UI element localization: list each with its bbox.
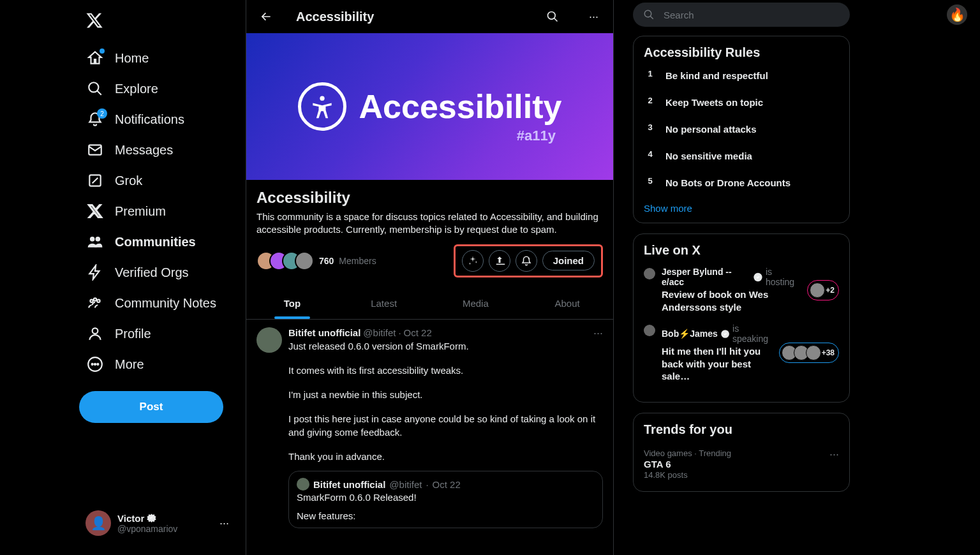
x-logo[interactable]: [79, 5, 235, 43]
notification-dot: [100, 48, 105, 54]
nav-profile[interactable]: Profile: [79, 318, 235, 349]
post-author[interactable]: Bitifet unofficial: [288, 327, 360, 338]
nav-community-notes[interactable]: Community Notes: [79, 288, 235, 318]
quoted-date: Oct 22: [433, 479, 461, 490]
live-item[interactable]: Bob⚡James is speaking Hit me then I'll h…: [644, 323, 839, 383]
rules-title: Accessibility Rules: [644, 45, 839, 60]
member-label: Members: [339, 256, 376, 266]
search-icon: [87, 80, 103, 97]
post-more-button[interactable]: ⋯: [593, 327, 603, 339]
more-circle-icon: [87, 356, 103, 373]
quoted-author: Bitifet unofficial: [313, 479, 385, 490]
svg-point-15: [548, 12, 556, 20]
svg-point-6: [96, 237, 100, 241]
live-card: Live on X Jesper Bylund -- e/acc is host…: [633, 233, 850, 403]
nav-label: Communities: [115, 235, 196, 249]
svg-point-8: [94, 298, 96, 300]
account-switcher[interactable]: 👤 Victor @vponamariov ⋯: [79, 504, 235, 542]
trend-count: 14.8K posts: [644, 470, 824, 480]
live-space-title: Review of book on Wes Anderssons style: [662, 288, 801, 313]
user-avatar[interactable]: 🔥: [947, 4, 967, 25]
tab-about[interactable]: About: [521, 288, 613, 319]
more-icon: ⋯: [219, 517, 229, 529]
rule-item[interactable]: 2Keep Tweets on topic: [644, 96, 839, 108]
tab-media[interactable]: Media: [430, 288, 522, 319]
nav-label: Community Notes: [115, 296, 216, 311]
quoted-handle: @bitifet: [389, 479, 422, 490]
svg-point-10: [93, 328, 98, 334]
svg-point-7: [90, 300, 93, 302]
tab-latest[interactable]: Latest: [338, 288, 430, 319]
rule-item[interactable]: 5No Bots or Drone Accounts: [644, 176, 839, 189]
nav-more[interactable]: More: [79, 349, 235, 380]
nav-messages[interactable]: Messages: [79, 135, 235, 165]
quoted-post[interactable]: Bitifet unofficial @bitifet · Oct 22 Sma…: [288, 471, 603, 528]
joined-button[interactable]: Joined: [542, 251, 595, 270]
members-link[interactable]: 760 Members: [256, 251, 376, 270]
show-more-link[interactable]: Show more: [644, 203, 839, 214]
notification-button[interactable]: [516, 250, 537, 272]
page-title: Accessibility: [296, 10, 523, 24]
rules-card: Accessibility Rules 1Be kind and respect…: [633, 36, 850, 223]
nav-verified-orgs[interactable]: Verified Orgs: [79, 257, 235, 288]
nav-premium[interactable]: Premium: [79, 196, 235, 226]
search-input[interactable]: [664, 10, 840, 20]
banner-hashtag: #a11y: [517, 128, 556, 144]
nav-label: Explore: [115, 82, 158, 96]
x-icon: [87, 203, 103, 219]
verified-icon: [146, 513, 157, 524]
tab-top[interactable]: Top: [246, 288, 338, 319]
trend-more-button[interactable]: ⋯: [829, 448, 839, 480]
rule-item[interactable]: 3No personal attacks: [644, 122, 839, 135]
nav-explore[interactable]: Explore: [79, 73, 235, 104]
nav-label: Profile: [115, 327, 151, 341]
post-date[interactable]: Oct 22: [404, 327, 432, 338]
live-item[interactable]: Jesper Bylund -- e/acc is hosting Review…: [644, 267, 839, 313]
community-banner: Accessibility #a11y: [246, 33, 613, 180]
svg-line-19: [650, 16, 653, 19]
nav-communities[interactable]: Communities: [79, 226, 235, 257]
live-participants: +38: [779, 343, 839, 363]
trend-item[interactable]: Video games · Trending GTA 6 14.8K posts…: [644, 446, 839, 482]
nav-home[interactable]: Home: [79, 43, 235, 73]
live-space-title: Hit me then I'll hit you back with your …: [662, 345, 773, 383]
group-icon: [87, 295, 103, 311]
member-count: 760: [319, 256, 334, 266]
sparkle-button[interactable]: [462, 250, 484, 272]
nav-grok[interactable]: Grok: [79, 165, 235, 196]
svg-point-14: [97, 363, 99, 365]
trend-category: Video games · Trending: [644, 448, 824, 458]
nav-label: Messages: [115, 143, 173, 158]
live-title: Live on X: [644, 243, 839, 258]
quoted-line: New features:: [297, 510, 595, 521]
banner-title: Accessibility: [359, 87, 562, 126]
grok-icon: [87, 172, 103, 189]
post[interactable]: Bitifet unofficial @bitifet · Oct 22 ⋯ J…: [246, 320, 613, 536]
svg-point-9: [97, 300, 100, 302]
live-status: is hosting: [766, 267, 801, 287]
search-box[interactable]: [633, 3, 850, 27]
svg-point-5: [90, 237, 94, 241]
nav-label: Home: [115, 51, 149, 66]
trends-title: Trends for you: [644, 422, 839, 437]
trend-name: GTA 6: [644, 459, 824, 470]
community-name: Accessibility: [256, 189, 603, 207]
more-button[interactable]: ⋯: [583, 6, 604, 27]
post-avatar[interactable]: [256, 327, 282, 353]
nav-label: Grok: [115, 174, 142, 188]
svg-line-16: [554, 18, 558, 22]
notification-badge: 2: [97, 108, 107, 119]
share-button[interactable]: [489, 250, 510, 272]
search-button[interactable]: [542, 6, 563, 27]
post-button[interactable]: Post: [79, 391, 223, 423]
live-avatar: [644, 325, 655, 336]
post-handle[interactable]: @bitifet: [363, 327, 396, 338]
verified-icon: [753, 272, 763, 283]
rule-item[interactable]: 4No sensitive media: [644, 149, 839, 162]
svg-point-13: [94, 363, 96, 365]
live-avatar: [644, 268, 655, 279]
member-avatar: [295, 251, 314, 270]
back-button[interactable]: [255, 6, 277, 27]
rule-item[interactable]: 1Be kind and respectful: [644, 69, 839, 82]
nav-notifications[interactable]: 2 Notifications: [79, 104, 235, 135]
